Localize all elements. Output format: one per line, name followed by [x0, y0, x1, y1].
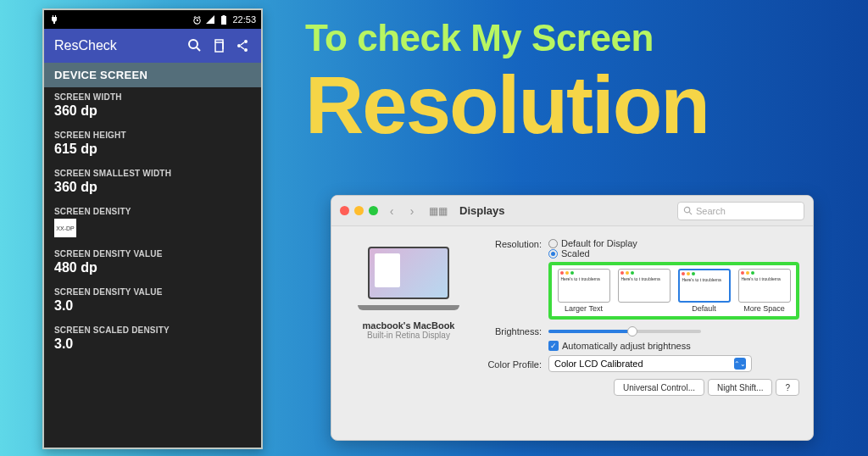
signal-icon — [205, 14, 215, 25]
metric-row: SCREEN DENSITY VALUE480 dp — [44, 244, 261, 282]
metric-row: SCREEN DENSITYXX-DP — [44, 202, 261, 244]
svg-point-7 — [244, 48, 248, 52]
search-input[interactable]: Search — [677, 202, 804, 220]
search-icon — [683, 206, 693, 215]
scale-options-strip: Here's to t troublemaLarger Text Here's … — [548, 262, 799, 320]
auto-brightness-checkbox[interactable]: ✓ Automatically adjust brightness — [548, 341, 799, 351]
metric-row: SCREEN SCALED DENSITY3.0 — [44, 320, 261, 359]
close-icon[interactable] — [340, 206, 349, 215]
brightness-slider[interactable] — [548, 330, 701, 333]
maximize-icon[interactable] — [369, 206, 378, 215]
metrics-list: SCREEN WIDTH360 dp SCREEN HEIGHT615 dp S… — [44, 87, 261, 448]
window-title: Displays — [459, 204, 504, 217]
android-rescheck-panel: 22:53 ResCheck DEVICE SCREEN SCREEN WIDT… — [42, 8, 263, 449]
device-preview: macbook's MacBook Built-in Retina Displa… — [345, 238, 472, 431]
back-button[interactable]: ‹ — [385, 204, 398, 218]
brightness-label: Brightness: — [481, 325, 542, 336]
night-shift-button[interactable]: Night Shift... — [708, 379, 772, 396]
svg-rect-2 — [223, 15, 225, 17]
svg-rect-1 — [221, 16, 226, 25]
alarm-icon — [192, 14, 202, 25]
headline-line2: Resolution — [305, 64, 709, 146]
android-app-bar: ResCheck — [44, 29, 261, 63]
density-box: XX-DP — [54, 219, 76, 237]
radio-scaled[interactable]: Scaled — [548, 248, 799, 259]
section-header: DEVICE SCREEN — [44, 63, 261, 87]
universal-control-button[interactable]: Universal Control... — [614, 379, 704, 396]
scale-option-larger-text[interactable]: Here's to t troublemaLarger Text — [555, 269, 612, 313]
device-name: macbook's MacBook — [363, 320, 455, 331]
forward-button[interactable]: › — [405, 204, 419, 218]
settings-pane: Resolution: Default for Display Scaled H… — [481, 238, 799, 431]
check-icon: ✓ — [548, 341, 559, 351]
svg-point-5 — [244, 40, 248, 43]
color-profile-label: Color Profile: — [481, 359, 542, 370]
mac-titlebar: ‹ › ▦▦ Displays Search — [331, 196, 813, 226]
resolution-label: Resolution: — [481, 238, 542, 249]
svg-point-6 — [237, 44, 241, 47]
svg-point-8 — [684, 207, 689, 212]
mac-body: macbook's MacBook Built-in Retina Displa… — [331, 226, 813, 440]
color-profile-select[interactable]: Color LCD Calibrated ⌃⌄ — [548, 355, 752, 372]
scale-option-default[interactable]: Here's to t troublemaDefault — [676, 269, 732, 313]
radio-default-display[interactable]: Default for Display — [548, 238, 799, 248]
search-placeholder: Search — [696, 206, 726, 216]
android-status-bar: 22:53 — [44, 10, 261, 29]
grid-icon[interactable]: ▦▦ — [429, 205, 448, 217]
share-icon[interactable] — [234, 37, 251, 54]
device-subtitle: Built-in Retina Display — [367, 331, 450, 340]
svg-point-3 — [189, 40, 198, 48]
status-time: 22:53 — [232, 14, 256, 25]
headline-line1: To check My Screen — [305, 17, 709, 59]
metric-row: SCREEN DENSITY VALUE3.0 — [44, 282, 261, 320]
metric-row: SCREEN SMALLEST WIDTH360 dp — [44, 164, 261, 202]
chevron-updown-icon: ⌃⌄ — [734, 358, 746, 370]
help-button[interactable]: ? — [776, 379, 799, 396]
scale-option-more-space[interactable]: Here's to t troublemaMore Space — [736, 269, 793, 313]
app-title: ResCheck — [54, 38, 180, 53]
plug-icon — [49, 14, 59, 25]
search-icon[interactable] — [186, 37, 203, 54]
macbook-icon — [358, 247, 459, 310]
metric-row: SCREEN HEIGHT615 dp — [44, 125, 261, 164]
traffic-lights — [340, 206, 378, 215]
battery-icon — [219, 14, 229, 25]
svg-rect-4 — [215, 42, 223, 52]
scale-option-2[interactable]: Here's to t troublema — [615, 269, 672, 313]
minimize-icon[interactable] — [354, 206, 364, 215]
headline: To check My Screen Resolution — [305, 17, 709, 146]
metric-row: SCREEN WIDTH360 dp — [44, 87, 261, 125]
copy-icon[interactable] — [210, 37, 227, 54]
mac-displays-window: ‹ › ▦▦ Displays Search macbook's MacBook… — [331, 195, 814, 441]
